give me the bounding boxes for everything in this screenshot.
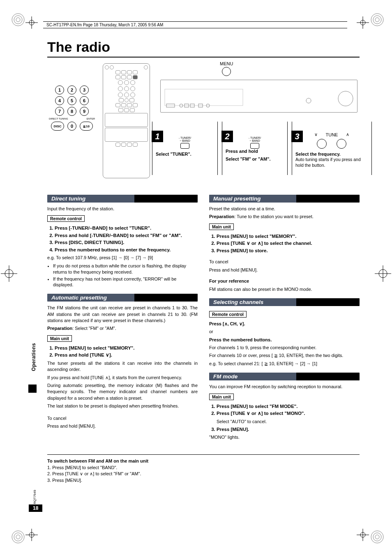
sc-l2: Press the numbered buttons. bbox=[209, 337, 272, 342]
mp-step-2: Press [TUNE ∨ or ∧] to select the channe… bbox=[217, 240, 360, 247]
sc-or: or bbox=[209, 329, 360, 335]
ap-p3: If you press and hold [TUNE ∧], it start… bbox=[47, 375, 198, 381]
svg-point-9 bbox=[371, 14, 383, 26]
step1-caption: Select "TUNER". bbox=[156, 151, 214, 157]
head-direct-tuning: Direct tuning bbox=[47, 195, 198, 203]
step-num-1: 1 bbox=[152, 131, 163, 142]
sc-t2: For channels 10 or over, press [ ≧ 10, E… bbox=[209, 352, 360, 359]
mp-prep: Preparation: Tune to the station you wan… bbox=[209, 214, 360, 220]
ap-step-1: Press [MENU] to select "MEMORY". bbox=[55, 345, 198, 352]
mp-step-3: Press [MENU] to store. bbox=[217, 248, 360, 254]
dt-step-2: Press and hold [-TUNER/–BAND] to select … bbox=[55, 233, 198, 239]
head-fm-mode: FM mode bbox=[209, 373, 360, 380]
sc-box: Remote control bbox=[209, 311, 247, 318]
step-3: 3 ∨ TUNE ∧ Select the freque bbox=[292, 122, 372, 175]
svg-point-7 bbox=[14, 16, 22, 24]
ap-cancel-h: To cancel bbox=[47, 415, 198, 421]
dt-eg: e.g. To select 107.9 MHz, press [1] → [0… bbox=[47, 255, 198, 261]
dt-b2: If the frequency has not been input corr… bbox=[53, 276, 198, 288]
dt-bullets: If you do not press a button while the c… bbox=[47, 263, 198, 288]
fm-list: Press [MENU] to select "FM MODE". Press … bbox=[209, 403, 360, 417]
footer-line-2: 2. Press [TUNE ∨ or ∧] to select "FM" or… bbox=[47, 471, 360, 477]
mp-list: Press [MENU] to select "MEMORY". Press [… bbox=[209, 233, 360, 254]
fm-box: Main unit bbox=[209, 394, 234, 400]
sc-t1: For channels 1 to 9, press the correspon… bbox=[209, 345, 360, 351]
svg-rect-30 bbox=[165, 89, 243, 106]
footer-title: To switch between FM and AM on the main … bbox=[47, 458, 360, 464]
menu-knob-icon bbox=[222, 67, 231, 76]
num-7: 7 bbox=[55, 107, 64, 116]
fm-sub1: Select "AUTO" to cancel. bbox=[217, 419, 360, 425]
fm-list-2: Press [MENU]. bbox=[209, 426, 360, 433]
crop-target-tl bbox=[25, 16, 38, 29]
label-direct-tuning: DIRECT TUNING bbox=[49, 117, 68, 120]
right-column: Manual presetting Preset the stations on… bbox=[209, 189, 360, 442]
side-tab-marker bbox=[28, 385, 37, 393]
num-5: 5 bbox=[67, 96, 76, 105]
menu-label: MENU bbox=[220, 61, 233, 76]
svg-point-16 bbox=[373, 533, 381, 541]
tuner-band-btn-icon bbox=[180, 143, 189, 149]
title-rule bbox=[47, 57, 360, 58]
ap-prep-text: : Select "FM" or "AM". bbox=[72, 326, 116, 331]
svg-point-32 bbox=[306, 98, 311, 103]
head-manual-preset: Manual presetting bbox=[209, 195, 360, 203]
svg-point-10 bbox=[373, 16, 381, 24]
footer-block: To switch between FM and AM on the main … bbox=[47, 454, 360, 484]
dt-step-1: Press [-TUNER/–BAND] to select "TUNER". bbox=[55, 225, 198, 232]
mp-cancel-h: To cancel bbox=[209, 259, 360, 265]
svg-point-8 bbox=[16, 18, 20, 22]
num-8: 8 bbox=[67, 107, 76, 116]
step3-sub: Auto tuning starts if you press and hold… bbox=[295, 157, 368, 168]
dt-list: Press [-TUNER/–BAND] to select "TUNER". … bbox=[47, 225, 198, 253]
svg-point-13 bbox=[14, 533, 22, 541]
ap-p5: The last station to be preset is display… bbox=[47, 403, 198, 409]
head-select-ch: Selecting channels bbox=[209, 298, 360, 306]
left-column: Direct tuning Input the frequency of the… bbox=[47, 189, 198, 442]
steps-row: 1 - TUNER/ − BAND Select "TUNER". 2 - TU… bbox=[152, 122, 372, 175]
crop-target-tr bbox=[357, 16, 369, 29]
tune-up-knob-icon bbox=[337, 139, 346, 149]
crop-rosette-tr bbox=[370, 12, 385, 27]
print-header: SC-HT17PP-EN.fm Page 18 Thursday, March … bbox=[43, 21, 347, 28]
side-tab: Operations bbox=[28, 343, 37, 380]
crop-target-br bbox=[357, 529, 369, 541]
dt-b1: If you do not press a button while the c… bbox=[53, 263, 198, 275]
page-title: The radio bbox=[47, 39, 363, 55]
fm-step-1: Press [MENU] to select "FM MODE". bbox=[217, 403, 360, 410]
dt-intro: Input the frequency of the station. bbox=[47, 206, 198, 212]
ap-p4: During automatic presetting, the memory … bbox=[47, 382, 198, 401]
tune-label: TUNE bbox=[326, 132, 338, 137]
mp-step-1: Press [MENU] to select "MEMORY". bbox=[217, 233, 360, 240]
step-num-2: 2 bbox=[221, 131, 233, 142]
num-1: 1 bbox=[55, 85, 64, 94]
svg-point-14 bbox=[16, 535, 20, 539]
ap-p2: The tuner presets all the stations it ca… bbox=[47, 360, 198, 373]
svg-point-17 bbox=[375, 535, 379, 539]
step3-caption: Select the frequency. bbox=[295, 151, 368, 157]
sc-l1: Press [∧, CH, ∨]. bbox=[209, 321, 245, 326]
step-1: 1 - TUNER/ − BAND Select "TUNER". bbox=[152, 122, 218, 175]
label-enter: ENTER bbox=[87, 117, 95, 120]
menu-text: MENU bbox=[220, 61, 233, 66]
mp-ref-t: FM stations can also be preset in the MO… bbox=[209, 286, 360, 292]
crop-rosette-tl bbox=[11, 12, 25, 27]
step-num-3: 3 bbox=[291, 131, 303, 142]
ap-box: Main unit bbox=[47, 335, 72, 342]
fm-intro: You can improve FM reception by switchin… bbox=[209, 384, 360, 390]
ap-cancel-t: Press and hold [MENU]. bbox=[47, 423, 198, 429]
svg-point-31 bbox=[338, 91, 353, 106]
ap-list: Press [MENU] to select "MEMORY". Press a… bbox=[47, 345, 198, 359]
footer-line-3: 3. Press [MENU]. bbox=[47, 477, 360, 484]
ap-p1: The FM stations the unit can receive are… bbox=[47, 305, 198, 324]
ap-step-2: Press and hold [TUNE ∨]. bbox=[55, 352, 198, 359]
disc-btn: DISC bbox=[51, 122, 64, 131]
tune-down-knob-icon bbox=[317, 139, 327, 149]
step2-caption: Select "FM" or "AM". bbox=[226, 156, 284, 162]
num-2: 2 bbox=[67, 85, 76, 94]
sc-t3: e.g. To select channel 21: [ ≧ 10, ENTER… bbox=[209, 361, 360, 367]
head-auto-preset: Automatic presetting bbox=[47, 294, 198, 302]
ap-prep: Preparation: Select "FM" or "AM". bbox=[47, 325, 198, 332]
crop-mark-left bbox=[1, 265, 17, 282]
dt-box: Remote control bbox=[47, 215, 85, 222]
